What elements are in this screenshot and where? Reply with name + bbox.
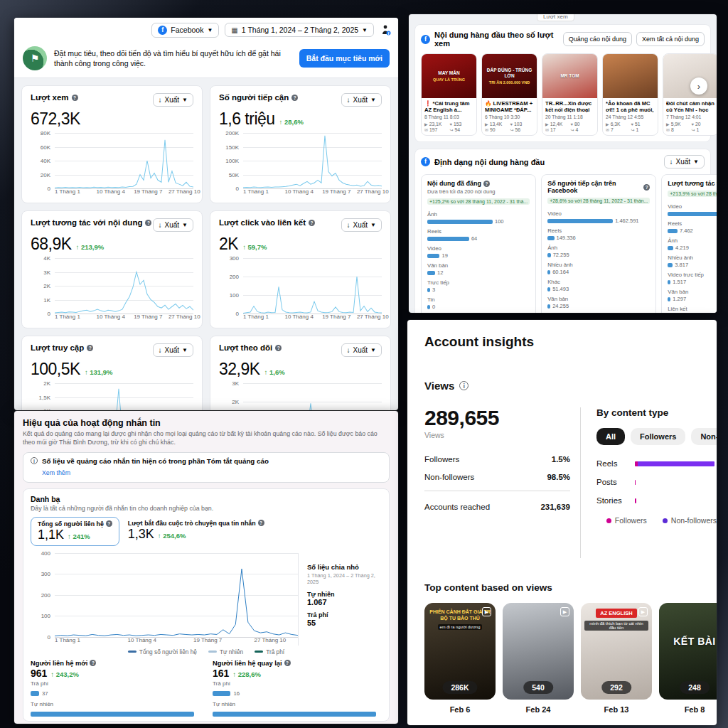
metric-title: Số người tiếp cận? (219, 93, 298, 102)
export-button[interactable]: ↓Xuất▼ (153, 218, 194, 232)
legend-non-followers: Non-followers (663, 516, 717, 525)
info-icon: ? (643, 184, 650, 191)
goal-banner-text: Đặt mục tiêu, theo dõi tiến độ và tìm hi… (54, 48, 292, 68)
contact-group-value-row: 161↑ 228,6% (213, 668, 382, 679)
content-title: TR..RR...Xin được kết nối điện thoại đến… (545, 100, 594, 114)
metric-value-row: 672,3K (31, 109, 193, 129)
export-button[interactable]: ↓Xuất▼ (153, 93, 194, 107)
format-bar-item: Nhiều ảnh60.164 (547, 262, 650, 275)
export-button[interactable]: ↓Xuất▼ (341, 93, 382, 107)
format-bar-item: Ảnh72.255 (547, 245, 650, 258)
carousel-next-button[interactable]: › (690, 77, 707, 95)
tab-message-conversations[interactable]: Lượt bắt đầu cuộc trò chuyện qua tin nhắ… (127, 517, 266, 546)
content-type-bars: ReelsPostsStories (596, 459, 717, 505)
content-card[interactable]: *Ảo khoan đã MC ơi!! 1 cà phê muối, 1 si… (602, 53, 658, 136)
export-button[interactable]: ↓Xuất▼ (153, 343, 194, 357)
facebook-icon: f (421, 35, 430, 44)
reel-icon: ▶ (482, 607, 491, 616)
metric-delta: ↑ 59,7% (242, 243, 267, 251)
content-card-body: ❗ *Cái trung tâm AZ English à... không h… (422, 98, 476, 135)
metric-value: 2K (219, 235, 238, 254)
sparkline (243, 383, 382, 410)
info-icon: ? (483, 181, 490, 187)
line-chart: 200K150K100K50K0 (219, 133, 382, 188)
organic-label: Tự nhiên (307, 591, 382, 598)
platform-dropdown[interactable]: f Facebook ▼ (151, 23, 219, 38)
metric-card: Lượt truy cập?↓Xuất▼100,5K↑ 131,9%2K1,5K… (21, 336, 203, 410)
info-icon: ? (258, 520, 264, 526)
metric-value: 100,5K (31, 360, 80, 379)
metric-value-row: 68,9K↑ 213,9% (31, 235, 193, 254)
reel-card[interactable]: ▶540Feb 24 (503, 603, 574, 714)
see-all-content-button[interactable]: Xem tất cả nội dung (636, 32, 705, 46)
filter-pill-all[interactable]: All (596, 428, 625, 445)
content-card[interactable]: ĐÁP ĐÚNG - TRÚNG LỚNTRI ÂN 2.000.000 VNĐ… (481, 53, 537, 136)
reel-card[interactable]: ▶KẾT BÀI248Feb 8 (659, 603, 717, 714)
reel-card[interactable]: ▶PHIÊN CẢNH ĐẮT GIÁ TRBỘ TU BẢO THỦem đi… (424, 603, 496, 714)
content-card[interactable]: MR TOMTR..RR...Xin được kết nối điện tho… (542, 53, 598, 136)
content-date: 20 Tháng 11 1:18 (545, 114, 594, 119)
messaging-title: Hiệu quả của hoạt động nhắn tin (23, 418, 390, 428)
tab-value: 1,3K (128, 527, 154, 542)
content-card[interactable]: Đôi chút cảm nhận củ Yến Nhi - học viên … (663, 53, 717, 136)
format-columns: Nội dung đã đăng?Dựa trên tối đa 200 nội… (421, 174, 705, 313)
format-bar (547, 270, 550, 274)
sparkline (243, 133, 382, 188)
tab-total-contacts[interactable]: Tổng số người liên hệ? 1,1K↑ 241% (31, 517, 119, 546)
x-axis-labels: 1 Tháng 110 Tháng 419 Tháng 727 Tháng 10 (243, 188, 382, 197)
content-type-bar-row: Reels (596, 459, 717, 468)
see-more-link[interactable]: Xem thêm (42, 469, 70, 476)
format-bar (668, 297, 670, 301)
shares-stat-icon: ↪ (571, 127, 574, 132)
views-stat: ▶5,9K (666, 122, 690, 127)
export-button[interactable]: ↓Xuất▼ (664, 155, 705, 168)
format-bar-item: Reels149.336 (547, 228, 650, 241)
insights-toolbar: f Facebook ▼ ▦ 1 Tháng 1, 2024 – 2 Tháng… (14, 18, 398, 42)
content-type-label: Posts (596, 478, 628, 486)
content-card[interactable]: MAY MẮNQUAY LÀ TRÚNG❗ *Cái trung tâm AZ … (421, 53, 477, 136)
reactions-stat: ♥51 (631, 122, 655, 127)
export-button[interactable]: ↓Xuất▼ (341, 343, 382, 357)
comments-stat: ✉90 (485, 127, 509, 132)
format-bar-row: 3 (427, 287, 530, 293)
new-goal-button[interactable]: Bắt đầu mục tiêu mới (299, 49, 390, 68)
x-tick-label: 27 Tháng 10 (254, 637, 286, 643)
info-icon: i (31, 457, 38, 464)
breakdown-sidebar: Số liệu chia nhỏ 1 Tháng 1, 2024 – 2 Thá… (298, 553, 382, 646)
x-tick-label: 10 Tháng 4 (128, 637, 156, 643)
format-bar-row: 100 (427, 218, 530, 225)
reel-card[interactable]: ▶AZ ENGLISHmình đã thích bạn từ cái nhìn… (581, 603, 652, 714)
info-icon: ? (87, 345, 93, 351)
sparkline (243, 258, 382, 314)
metric-value-row: 1,6 triệu↑ 28,6% (219, 109, 382, 129)
collage-stage: f Facebook ▼ ▦ 1 Tháng 1, 2024 – 2 Tháng… (0, 0, 728, 728)
reel-date: Feb 8 (659, 705, 717, 714)
filter-pill-nonfollowers[interactable]: Non-followers (691, 428, 717, 445)
comments-stat-icon: ✉ (485, 127, 488, 132)
filter-pill-followers[interactable]: Followers (631, 428, 685, 445)
format-bar-row: 60.164 (547, 269, 650, 275)
boost-content-button[interactable]: Quảng cáo nội dung (563, 32, 632, 46)
legend-item: Trả phí (255, 648, 284, 655)
content-stats: ▶6,3K♥51✉7↪1 (606, 122, 655, 132)
views-sub-label: Views (424, 431, 570, 439)
format-bar-row: 64 (427, 235, 530, 242)
reel-overlay-line1: PHIÊN CẢNH ĐẮT GIÁ TR (429, 609, 491, 615)
views-mini-dropdown[interactable]: Lượt xem (537, 14, 574, 21)
export-button[interactable]: ↓Xuất▼ (341, 218, 382, 232)
breakdown-date: 1 Tháng 1, 2024 – 2 Tháng 2, 2025 (307, 572, 382, 585)
format-bar (668, 263, 673, 267)
format-bar-label: Văn bản (668, 289, 717, 295)
format-bar-row: 3.817 (668, 262, 717, 268)
chevron-down-icon: ▼ (370, 97, 376, 103)
shares-stat: ↪56 (510, 127, 535, 132)
ads-notice-card: iSố liệu về quảng cáo nhắn tin hiện có t… (23, 452, 390, 483)
format-bar (668, 229, 678, 233)
metric-value: 672,3K (31, 109, 80, 129)
date-range-picker[interactable]: ▦ 1 Tháng 1, 2024 – 2 Tháng 2, 2025 ▼ (225, 23, 374, 37)
profile-person-icon[interactable]: f (380, 24, 391, 36)
format-bar (668, 280, 670, 284)
metric-card-header: Lượt truy cập?↓Xuất▼ (31, 343, 193, 357)
format-column-title: Nội dung đã đăng? (427, 180, 530, 187)
info-icon[interactable]: i (459, 381, 469, 390)
